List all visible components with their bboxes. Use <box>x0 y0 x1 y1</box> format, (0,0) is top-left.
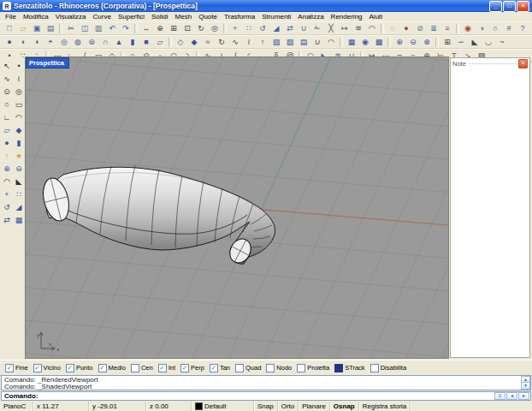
command-options-button[interactable]: ≡ <box>494 392 505 400</box>
palette-copy-icon[interactable]: ∷ <box>13 188 25 200</box>
minimize-button[interactable]: _ <box>489 1 502 12</box>
toolbar-cylinder-icon[interactable]: ▮ <box>126 37 139 48</box>
osnap-vicino[interactable]: ✓Vicino <box>33 364 61 372</box>
command-history-scrollbar[interactable]: ▲ ▼ <box>521 376 530 390</box>
palette-point-icon[interactable]: • <box>13 59 25 72</box>
osnap-int[interactable]: ✓Int <box>158 364 175 372</box>
menu-item-solidi[interactable]: Solidi <box>148 12 172 21</box>
toolbar-sphere-diameter-icon[interactable]: ◎ <box>57 37 71 48</box>
osnap-perp-checkbox[interactable]: ✓ <box>180 364 189 372</box>
toolbar-offset-icon[interactable]: ≋ <box>352 23 365 34</box>
toolbar-mesh-icon[interactable]: ▦ <box>345 37 358 48</box>
status-toggle-osnap[interactable]: Osnap <box>330 402 359 411</box>
menu-item-quote[interactable]: Quote <box>195 12 221 21</box>
toolbar-boolean-union-icon[interactable]: ⊕ <box>393 37 406 48</box>
close-button[interactable]: × <box>517 1 529 12</box>
osnap-disabilita-checkbox[interactable] <box>370 364 379 372</box>
menu-item-visualizza[interactable]: Visualizza <box>52 12 90 21</box>
toolbar-wireframe-icon[interactable]: ○ <box>488 23 502 34</box>
toolbar-new-icon[interactable]: □ <box>3 23 16 34</box>
palette-circle-tangent-icon[interactable]: ◎ <box>13 85 25 98</box>
toolbar-copy-icon[interactable]: ◫ <box>78 23 92 34</box>
palette-mirror-icon[interactable]: ⇄ <box>1 213 13 226</box>
osnap-nodo-checkbox[interactable] <box>266 364 275 372</box>
palette-polyline-icon[interactable]: ∟ <box>1 110 13 123</box>
palette-array-icon[interactable]: ▦ <box>13 213 25 226</box>
toolbar-render-icon[interactable]: ◉ <box>461 23 475 34</box>
toolbar-mirror-icon[interactable]: ⇄ <box>283 23 297 34</box>
osnap-medio[interactable]: ✓Medio <box>98 364 126 372</box>
menu-item-strumenti[interactable]: Strumenti <box>258 12 294 21</box>
note-close-icon[interactable]: × <box>518 59 528 68</box>
osnap-fine[interactable]: ✓Fine <box>5 364 28 372</box>
toolbar-boolean-difference-icon[interactable]: ⊖ <box>406 37 420 48</box>
toolbar-fillet-surface-icon[interactable]: ◠ <box>324 37 338 48</box>
palette-extrude-icon[interactable]: ↑ <box>1 149 13 162</box>
toolbar-mesh-box-icon[interactable]: ▩ <box>372 37 386 48</box>
toolbar-bend-icon[interactable]: ◡ <box>482 37 495 48</box>
toolbar-loft-icon[interactable]: ≈ <box>201 37 215 48</box>
toolbar-split-icon[interactable]: ╳ <box>324 23 338 34</box>
palette-circle-icon[interactable]: ⊙ <box>1 85 13 98</box>
palette-ellipse-icon[interactable]: ○ <box>1 98 13 110</box>
palette-fillet-icon[interactable]: ◠ <box>1 175 13 188</box>
toolbar-paste-icon[interactable]: ▥ <box>92 23 105 34</box>
perspective-viewport[interactable]: y x Prospettica <box>26 57 448 358</box>
toolbar-extend-icon[interactable]: ↦ <box>338 23 352 34</box>
toolbar-layers-icon[interactable]: ≣ <box>427 23 440 34</box>
toolbar-extrude-surface-icon[interactable]: ↑ <box>256 37 269 48</box>
osnap-perp[interactable]: ✓Perp <box>180 364 204 372</box>
toolbar-ellipsoid-icon[interactable]: ◖ <box>30 37 44 48</box>
toolbar-rotate-view-icon[interactable]: ↻ <box>194 23 208 34</box>
cplane-pane[interactable]: PianoC <box>0 402 33 411</box>
toolbar-trim-icon[interactable]: ✁ <box>310 23 324 34</box>
toolbar-join-icon[interactable]: ∪ <box>297 23 310 34</box>
palette-cylinder-icon[interactable]: ▮ <box>13 136 25 149</box>
menu-item-rendering[interactable]: Rendering <box>328 12 366 21</box>
osnap-fine-checkbox[interactable]: ✓ <box>5 364 14 372</box>
osnap-proietta-checkbox[interactable] <box>297 364 305 372</box>
toolbar-cone-icon[interactable]: ▲ <box>112 37 126 48</box>
toolbar-smooth-icon[interactable]: ~ <box>495 37 509 48</box>
palette-arc-icon[interactable]: ◠ <box>13 110 25 123</box>
osnap-cen[interactable]: Cen <box>131 364 153 372</box>
toolbar-revolve-icon[interactable]: ↻ <box>215 37 228 48</box>
toolbar-zoom-selected-icon[interactable]: ◎ <box>208 23 222 34</box>
osnap-punto[interactable]: ✓Punto <box>66 364 93 372</box>
menu-item-file[interactable]: File <box>2 12 20 21</box>
toolbar-properties-icon[interactable]: ≡ <box>440 23 454 34</box>
toolbar-pipe-icon[interactable]: ∩ <box>98 37 112 48</box>
palette-boolean-union-icon[interactable]: ⊕ <box>1 162 13 175</box>
command-history[interactable]: Comando: _RenderedViewport Comando: _Sha… <box>1 375 531 390</box>
osnap-tan[interactable]: ✓Tan <box>210 364 230 372</box>
osnap-strack[interactable]: STrack <box>334 364 364 372</box>
tube-object[interactable] <box>39 165 275 266</box>
toolbar-help-icon[interactable]: ? <box>516 23 529 34</box>
toolbar-drape-icon[interactable]: ▧ <box>283 37 297 48</box>
toolbar-lock-icon[interactable]: ⊘ <box>413 23 427 34</box>
menu-item-trasforma[interactable]: Trasforma <box>221 12 258 21</box>
osnap-medio-checkbox[interactable]: ✓ <box>98 364 107 372</box>
toolbar-blend-surface-icon[interactable]: ∪ <box>310 37 324 48</box>
toolbar-grid-icon[interactable]: # <box>502 23 516 34</box>
palette-move-icon[interactable]: + <box>1 188 13 200</box>
toolbar-scale-icon[interactable]: ◢ <box>269 23 283 34</box>
toolbar-redo-icon[interactable]: ↷ <box>119 23 133 34</box>
toolbar-rotate-icon[interactable]: ↺ <box>256 23 269 34</box>
toolbar-cage-edit-icon[interactable]: ⊞ <box>440 37 454 48</box>
palette-rotate-icon[interactable]: ↺ <box>1 200 13 213</box>
palette-scale-icon[interactable]: ◢ <box>13 200 25 213</box>
toolbar-surface-edges-icon[interactable]: ◆ <box>187 37 201 48</box>
menu-item-modifica[interactable]: Modifica <box>20 12 52 21</box>
toolbar-save-icon[interactable]: ▣ <box>30 23 44 34</box>
osnap-strack-checkbox[interactable] <box>334 364 343 372</box>
toolbar-torus-icon[interactable]: ◍ <box>71 37 85 48</box>
toolbar-offset-surface-icon[interactable]: ▤ <box>297 37 310 48</box>
toolbar-tube-icon[interactable]: ⊚ <box>85 37 98 48</box>
toolbar-box-icon[interactable]: ■ <box>139 37 153 48</box>
maximize-button[interactable]: □ <box>503 1 516 12</box>
osnap-cen-checkbox[interactable] <box>131 364 139 372</box>
osnap-int-checkbox[interactable]: ✓ <box>158 364 167 372</box>
toolbar-zoom-extents-icon[interactable]: ⊡ <box>180 23 194 34</box>
osnap-quad[interactable]: Quad <box>235 364 261 372</box>
